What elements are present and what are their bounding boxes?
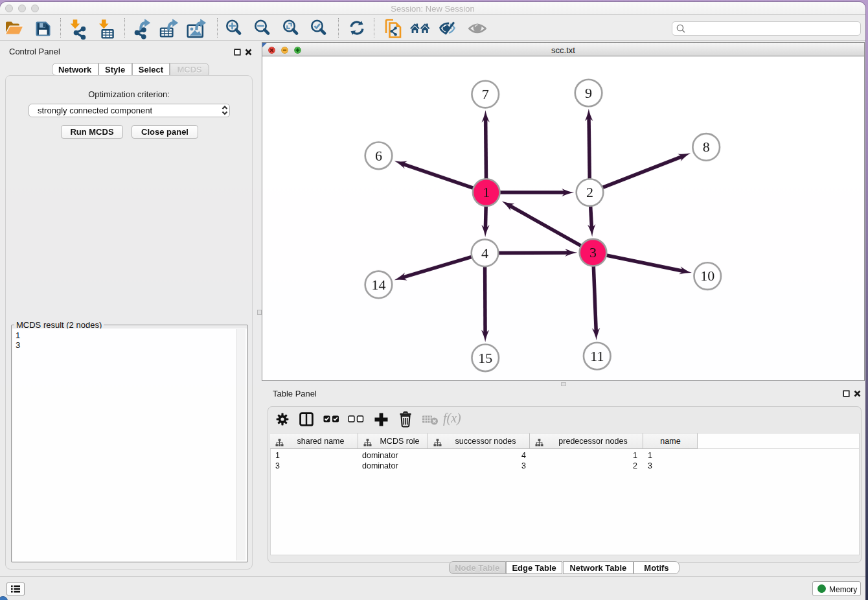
svg-text:6: 6 bbox=[375, 147, 382, 163]
svg-text:9: 9 bbox=[585, 85, 592, 101]
svg-text:1: 1 bbox=[483, 184, 490, 200]
svg-text:8: 8 bbox=[703, 139, 710, 155]
svg-text:7: 7 bbox=[482, 86, 489, 102]
svg-text:4: 4 bbox=[481, 245, 488, 261]
svg-text:15: 15 bbox=[478, 350, 492, 366]
svg-text:14: 14 bbox=[371, 277, 385, 293]
svg-text:10: 10 bbox=[700, 268, 714, 284]
svg-text:11: 11 bbox=[590, 348, 604, 364]
svg-text:3: 3 bbox=[589, 244, 597, 260]
svg-text:2: 2 bbox=[586, 184, 593, 200]
